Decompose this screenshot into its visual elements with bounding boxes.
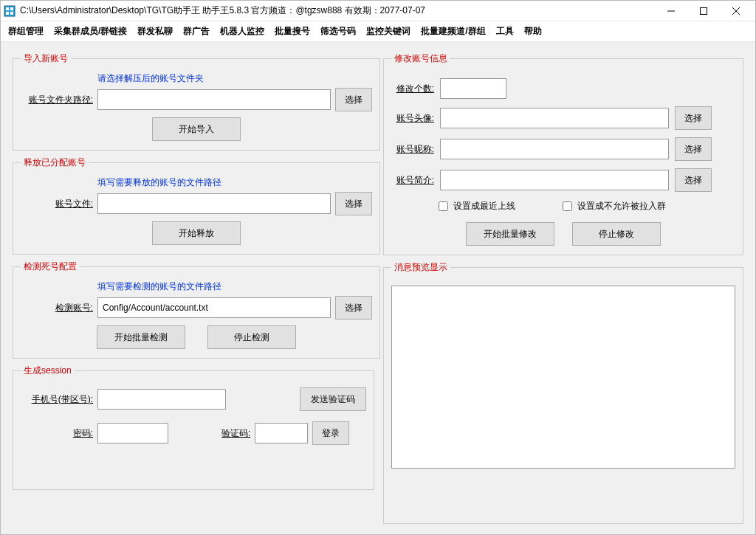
menubar: 群组管理 采集群成员/群链接 群发私聊 群广告 机器人监控 批量搜号 筛选号码 … — [1, 21, 755, 42]
app-window: C:\Users\Administrator\Desktop\TG\TG助手王 … — [0, 0, 756, 535]
input-avatar[interactable] — [440, 108, 669, 128]
input-release-file[interactable] — [97, 193, 331, 214]
btn-detect-stop[interactable]: 停止检测 — [207, 325, 296, 349]
check-online[interactable]: 设置成最近上线 — [436, 199, 515, 213]
check-noinvite[interactable]: 设置成不允许被拉入群 — [560, 199, 666, 213]
menu-batch-search[interactable]: 批量搜号 — [275, 25, 310, 38]
label-code: 验证码: — [221, 427, 250, 440]
svg-rect-3 — [6, 12, 9, 15]
window-title: C:\Users\Administrator\Desktop\TG\TG助手王 … — [20, 4, 425, 17]
label-phone: 手机号(带区号): — [21, 393, 93, 406]
group-modify: 修改账号信息 修改个数: 账号头像: 选择 账号昵称: 选择 账号简介: — [383, 52, 743, 255]
svg-rect-4 — [10, 12, 13, 15]
legend-release: 释放已分配账号 — [21, 156, 89, 169]
btn-nick-choose[interactable]: 选择 — [675, 137, 712, 161]
btn-send-code[interactable]: 发送验证码 — [300, 387, 366, 411]
checkbox-online[interactable] — [439, 201, 448, 211]
group-detect: 检测死号配置 填写需要检测的账号的文件路径 检测账号: 选择 开始批量检测 停止… — [13, 260, 380, 359]
btn-modify-start[interactable]: 开始批量修改 — [466, 222, 554, 246]
btn-modify-stop[interactable]: 停止修改 — [572, 222, 661, 246]
group-preview: 消息预览显示 — [383, 261, 743, 524]
btn-release-start[interactable]: 开始释放 — [152, 221, 241, 245]
btn-login[interactable]: 登录 — [312, 421, 349, 445]
hint-detect: 填写需要检测的账号的文件路径 — [97, 280, 372, 293]
label-password: 密码: — [21, 427, 93, 440]
menu-collect-members[interactable]: 采集群成员/群链接 — [54, 25, 127, 38]
group-session: 生成session 手机号(带区号): 发送验证码 密码: 验证码: 登录 — [13, 365, 374, 490]
menu-tools[interactable]: 工具 — [496, 25, 514, 38]
maximize-button[interactable] — [687, 1, 720, 21]
input-phone[interactable] — [97, 389, 226, 410]
menu-bot-monitor[interactable]: 机器人监控 — [220, 25, 264, 38]
preview-box — [391, 286, 735, 469]
group-release: 释放已分配账号 填写需要释放的账号的文件路径 账号文件: 选择 开始释放 — [13, 156, 380, 255]
btn-release-choose[interactable]: 选择 — [335, 192, 372, 215]
menu-filter-number[interactable]: 筛选号码 — [320, 25, 356, 38]
label-nick: 账号昵称: — [391, 143, 434, 156]
legend-preview: 消息预览显示 — [391, 261, 450, 274]
menu-mass-pm[interactable]: 群发私聊 — [137, 25, 173, 38]
checkbox-online-label: 设置成最近上线 — [453, 200, 515, 213]
label-bio: 账号简介: — [391, 174, 434, 187]
btn-detect-start[interactable]: 开始批量检测 — [97, 325, 185, 349]
minimize-button[interactable] — [655, 1, 687, 21]
label-release-file: 账号文件: — [21, 198, 93, 210]
app-icon — [4, 5, 16, 17]
menu-group-ads[interactable]: 群广告 — [183, 25, 210, 38]
hint-import: 请选择解压后的账号文件夹 — [97, 72, 372, 85]
hint-release: 填写需要释放的账号的文件路径 — [97, 176, 372, 189]
input-detect-account[interactable] — [97, 297, 331, 318]
right-column: 修改账号信息 修改个数: 账号头像: 选择 账号昵称: 选择 账号简介: — [383, 52, 743, 524]
legend-import: 导入新账号 — [21, 52, 71, 65]
legend-detect: 检测死号配置 — [21, 260, 80, 273]
group-import: 导入新账号 请选择解压后的账号文件夹 账号文件夹路径: 选择 开始导入 — [13, 52, 380, 151]
btn-avatar-choose[interactable]: 选择 — [675, 106, 712, 130]
checkbox-noinvite-label: 设置成不允许被拉入群 — [577, 200, 666, 213]
btn-detect-choose[interactable]: 选择 — [335, 296, 372, 320]
close-button[interactable] — [720, 1, 752, 21]
menu-keyword-monitor[interactable]: 监控关键词 — [366, 25, 410, 38]
btn-import-choose[interactable]: 选择 — [335, 88, 372, 111]
content-area: 导入新账号 请选择解压后的账号文件夹 账号文件夹路径: 选择 开始导入 释放已分… — [1, 42, 755, 534]
svg-rect-2 — [10, 7, 13, 10]
input-bio[interactable] — [440, 170, 669, 190]
checkbox-noinvite[interactable] — [563, 201, 572, 211]
legend-modify: 修改账号信息 — [391, 52, 450, 65]
btn-import-start[interactable]: 开始导入 — [152, 117, 241, 141]
input-count[interactable] — [440, 78, 506, 99]
menu-batch-channel[interactable]: 批量建频道/群组 — [421, 25, 485, 38]
input-code[interactable] — [255, 423, 308, 443]
menu-help[interactable]: 帮助 — [524, 25, 542, 38]
titlebar: C:\Users\Administrator\Desktop\TG\TG助手王 … — [1, 1, 755, 21]
input-password[interactable] — [97, 423, 168, 443]
svg-rect-6 — [701, 7, 707, 14]
label-detect-account: 检测账号: — [21, 302, 93, 314]
label-import-path: 账号文件夹路径: — [21, 94, 93, 106]
input-nick[interactable] — [440, 139, 669, 159]
left-column: 导入新账号 请选择解压后的账号文件夹 账号文件夹路径: 选择 开始导入 释放已分… — [13, 52, 374, 524]
btn-bio-choose[interactable]: 选择 — [675, 168, 712, 192]
label-count: 修改个数: — [391, 83, 434, 95]
svg-rect-1 — [6, 7, 9, 10]
label-avatar: 账号头像: — [391, 112, 434, 125]
menu-group-manage[interactable]: 群组管理 — [8, 25, 44, 38]
input-import-path[interactable] — [97, 89, 331, 110]
legend-session: 生成session — [21, 365, 75, 377]
